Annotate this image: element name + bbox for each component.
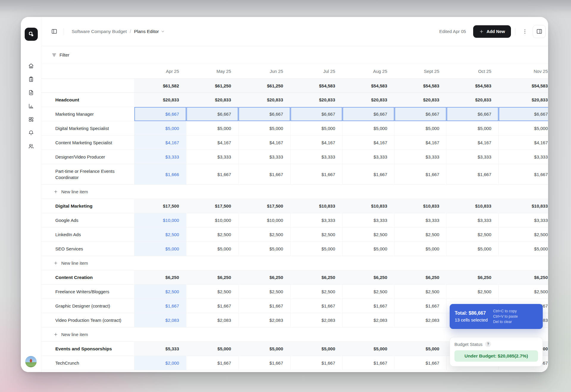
value-cell[interactable]: $1,667 (394, 356, 446, 370)
value-cell[interactable]: $2,500 (342, 285, 394, 299)
value-cell[interactable]: $5,000 (186, 242, 238, 256)
value-cell[interactable]: $1,667 (238, 356, 290, 370)
value-cell[interactable]: $2,500 (186, 285, 238, 299)
user-avatar[interactable] (25, 356, 37, 367)
value-cell[interactable]: $6,667 (394, 107, 446, 121)
value-cell[interactable]: $5,000 (498, 121, 548, 135)
filter-button[interactable]: Filter (51, 52, 69, 58)
value-cell[interactable]: $2,083 (134, 313, 186, 327)
item-label[interactable]: LinkedIn Ads (41, 228, 134, 242)
value-cell[interactable]: $4,167 (446, 136, 498, 150)
value-cell[interactable]: $1,667 (290, 164, 342, 184)
item-label[interactable]: Graphic Designer (contract) (41, 299, 134, 313)
item-label[interactable]: Content Marketing Specialist (41, 136, 134, 150)
value-cell[interactable]: $4,167 (238, 136, 290, 150)
value-cell[interactable]: $5,000 (290, 121, 342, 135)
value-cell[interactable]: $2,500 (342, 228, 394, 242)
more-options-button[interactable] (520, 26, 530, 37)
item-label[interactable]: Digital Marketing Specialist (41, 121, 134, 135)
value-cell[interactable]: $5,000 (238, 242, 290, 256)
value-cell[interactable]: $3,333 (394, 213, 446, 227)
value-cell[interactable]: $6,667 (134, 107, 186, 121)
value-cell[interactable]: $4,167 (134, 136, 186, 150)
value-cell[interactable]: $2,083 (342, 313, 394, 327)
value-cell[interactable]: $2,500 (290, 285, 342, 299)
value-cell[interactable]: $1,667 (290, 356, 342, 370)
value-cell[interactable]: $6,667 (186, 107, 238, 121)
value-cell[interactable]: $3,333 (342, 213, 394, 227)
add-new-button[interactable]: Add New (473, 25, 511, 38)
section-label[interactable]: Headcount (41, 93, 134, 107)
sidebar-item-home[interactable] (21, 60, 41, 72)
value-cell[interactable]: $1,667 (394, 164, 446, 184)
value-cell[interactable]: $2,500 (134, 285, 186, 299)
sidebar-item-users[interactable] (21, 140, 41, 152)
value-cell[interactable]: $1,667 (290, 299, 342, 313)
value-cell[interactable]: $1,667 (238, 164, 290, 184)
value-cell[interactable]: $6,667 (498, 107, 548, 121)
value-cell[interactable]: $3,333 (446, 150, 498, 164)
value-cell[interactable]: $1,667 (186, 356, 238, 370)
new-line-item-button[interactable]: New line item (41, 261, 88, 266)
value-cell[interactable]: $1,667 (186, 299, 238, 313)
value-cell[interactable]: $5,000 (186, 121, 238, 135)
value-cell[interactable]: $5,000 (394, 242, 446, 256)
value-cell[interactable]: $2,500 (134, 228, 186, 242)
section-row-content-creation[interactable]: Content Creation$6,250$6,250$6,250$6,250… (41, 270, 548, 285)
app-logo-icon[interactable] (25, 28, 38, 41)
sidebar-toggle-button[interactable] (49, 26, 59, 37)
value-cell[interactable]: $1,667 (186, 164, 238, 184)
value-cell[interactable]: $5,000 (394, 121, 446, 135)
value-cell[interactable]: $1,667 (342, 356, 394, 370)
value-cell[interactable]: $2,000 (134, 356, 186, 370)
value-cell[interactable]: $5,000 (290, 242, 342, 256)
value-cell[interactable]: $2,500 (238, 285, 290, 299)
value-cell[interactable]: $3,333 (238, 150, 290, 164)
value-cell[interactable]: $10,000 (186, 213, 238, 227)
value-cell[interactable]: $3,333 (498, 150, 548, 164)
item-label[interactable]: Video Production Team (contract) (41, 313, 134, 327)
value-cell[interactable]: $4,167 (290, 136, 342, 150)
value-cell[interactable]: $4,167 (498, 136, 548, 150)
sidebar-item-clipboard[interactable] (21, 73, 41, 85)
value-cell[interactable]: $3,333 (186, 150, 238, 164)
item-label[interactable]: Freelance Writers/Bloggers (41, 285, 134, 299)
value-cell[interactable]: $2,500 (498, 228, 548, 242)
item-label[interactable]: Google Ads (41, 213, 134, 227)
sidebar-item-document[interactable] (21, 87, 41, 98)
value-cell[interactable]: $2,500 (446, 285, 498, 299)
value-cell[interactable]: $2,500 (394, 228, 446, 242)
section-label[interactable]: Events and Sponsorships (41, 342, 134, 356)
section-label[interactable]: Digital Marketing (41, 199, 134, 213)
value-cell[interactable]: $2,083 (394, 313, 446, 327)
value-cell[interactable]: $4,167 (186, 136, 238, 150)
value-cell[interactable]: $2,500 (290, 228, 342, 242)
breadcrumb-parent[interactable]: Software Company Budget (72, 29, 127, 34)
column-header[interactable]: Jul 25 (290, 64, 342, 79)
value-cell[interactable]: $1,667 (238, 299, 290, 313)
item-label[interactable]: TechCrunch (41, 356, 134, 370)
value-cell[interactable]: $2,500 (394, 285, 446, 299)
value-cell[interactable]: $4,167 (342, 136, 394, 150)
value-cell[interactable]: $3,333 (394, 150, 446, 164)
value-cell[interactable]: $5,000 (342, 242, 394, 256)
value-cell[interactable]: $5,000 (498, 242, 548, 256)
value-cell[interactable]: $2,083 (186, 313, 238, 327)
item-label[interactable]: Designer/Video Producer (41, 150, 134, 164)
value-cell[interactable]: $10,000 (134, 213, 186, 227)
column-header[interactable]: Apr 25 (134, 64, 186, 79)
value-cell[interactable]: $10,000 (238, 213, 290, 227)
value-cell[interactable]: $1,667 (394, 299, 446, 313)
value-cell[interactable]: $5,000 (342, 121, 394, 135)
value-cell[interactable]: $6,667 (290, 107, 342, 121)
value-cell[interactable]: $3,333 (290, 213, 342, 227)
help-icon[interactable]: ? (485, 341, 491, 347)
column-header[interactable]: Jun 25 (238, 64, 290, 79)
value-cell[interactable]: $2,083 (238, 313, 290, 327)
value-cell[interactable]: $5,000 (134, 121, 186, 135)
value-cell[interactable]: $1,667 (446, 164, 498, 184)
column-header[interactable]: Oct 25 (446, 64, 498, 79)
section-row-digital-marketing[interactable]: Digital Marketing$17,500$17,500$17,500$1… (41, 199, 548, 213)
value-cell[interactable]: $3,333 (134, 150, 186, 164)
column-header[interactable]: Nov 25 (498, 64, 548, 79)
